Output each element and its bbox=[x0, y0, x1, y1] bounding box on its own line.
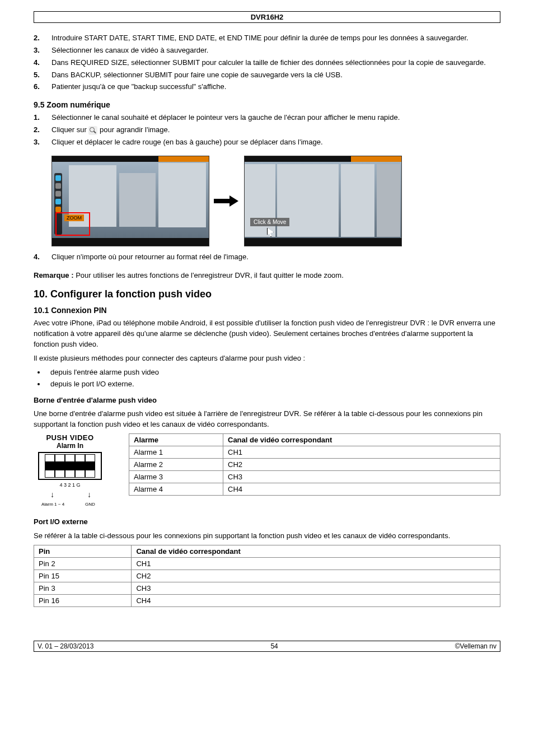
item-text: Cliquer et déplacer le cadre rouge (en b… bbox=[51, 137, 323, 148]
item-number: 4. bbox=[34, 58, 51, 68]
item-number: 2. bbox=[34, 33, 51, 44]
borne-text: Une borne d'entrée d'alarme push video e… bbox=[34, 409, 500, 430]
remark-label: Remarque : bbox=[34, 271, 74, 279]
item-number: 1. bbox=[34, 113, 51, 123]
table-row: Alarme 3CH3 bbox=[129, 471, 500, 483]
list-item: depuis l'entrée alarme push video bbox=[46, 367, 512, 378]
list-item: 4.Dans REQUIRED SIZE, sélectionner SUBMI… bbox=[34, 58, 512, 68]
section-10-1-para1: Avec votre iPhone, iPad ou téléphone mob… bbox=[34, 318, 500, 350]
table-row: Alarme 2CH2 bbox=[129, 459, 500, 471]
zoom-screenshots: ZOOM Click & Move bbox=[51, 156, 512, 246]
item-number: 3. bbox=[34, 137, 51, 148]
item-text: Dans REQUIRED SIZE, sélectionner SUBMIT … bbox=[51, 58, 486, 68]
section-9-5-heading: 9.5 Zoom numérique bbox=[34, 100, 512, 109]
arrow-right-icon bbox=[214, 195, 240, 207]
item-text: Cliquer n'importe où pour retourner au f… bbox=[51, 252, 249, 263]
zoom-steps-list: 1.Sélectionner le canal souhaité et dépl… bbox=[34, 113, 512, 148]
table-row: Alarme 1CH1 bbox=[129, 446, 500, 459]
methods-list: depuis l'entrée alarme push video depuis… bbox=[46, 367, 512, 390]
pin-labels: 4 3 2 1 G bbox=[34, 482, 106, 488]
item-number: 2. bbox=[34, 125, 51, 136]
table-header: Alarme bbox=[129, 434, 223, 446]
footer-copyright: ©Velleman nv bbox=[455, 642, 496, 650]
page-header: DVR16H2 bbox=[34, 11, 500, 23]
item-number: 4. bbox=[34, 252, 51, 263]
list-item: 3.Cliquer et déplacer le cadre rouge (en… bbox=[34, 137, 512, 148]
list-item: 5.Dans BACKUP, sélectionner SUBMIT pour … bbox=[34, 70, 512, 81]
item-text: Cliquer sur pour agrandir l'image. bbox=[51, 125, 170, 136]
screenshot-left: ZOOM bbox=[51, 156, 209, 246]
table-row: Pin 16CH4 bbox=[34, 594, 500, 606]
connector-diagram: PUSH VIDEO Alarm In 4 3 2 1 G ↓ ↓ Alarm … bbox=[34, 433, 106, 507]
list-item: 1.Sélectionner le canal souhaité et dépl… bbox=[34, 113, 512, 123]
list-item: 2.Cliquer sur pour agrandir l'image. bbox=[34, 125, 512, 136]
item-number: 6. bbox=[34, 82, 51, 92]
item-number: 3. bbox=[34, 45, 51, 56]
footer-version: V. 01 – 28/03/2013 bbox=[38, 642, 93, 650]
footer-page: 54 bbox=[270, 642, 278, 650]
list-item: 6.Patienter jusqu'à ce que "backup succe… bbox=[34, 82, 512, 92]
alarm-range-label: Alarm 1 ~ 4 bbox=[41, 502, 64, 507]
list-item: 4.Cliquer n'importe où pour retourner au… bbox=[34, 252, 512, 263]
table-row: Pin 3CH3 bbox=[34, 582, 500, 594]
chapter-10-heading: 10. Configurer la fonction push video bbox=[34, 288, 512, 300]
table-row: Pin 2CH1 bbox=[34, 557, 500, 570]
list-item: 2.Introduire START DATE, START TIME, END… bbox=[34, 33, 512, 44]
list-item: depuis le port I/O externe. bbox=[46, 379, 512, 390]
table-header: Canal de vidéo correspondant bbox=[132, 545, 500, 557]
section-10-1-heading: 10.1 Connexion PIN bbox=[34, 306, 512, 315]
screenshot-right: Click & Move bbox=[244, 156, 402, 246]
connector-title-1: PUSH VIDEO bbox=[34, 433, 106, 442]
portio-text: Se référer à la table ci-dessous pour le… bbox=[34, 531, 500, 542]
item-text: Dans BACKUP, sélectionner SUBMIT pour fa… bbox=[51, 70, 343, 81]
table-header: Canal de vidéo correspondant bbox=[223, 434, 500, 446]
table-header: Pin bbox=[34, 545, 132, 557]
click-move-label: Click & Move bbox=[250, 218, 289, 226]
section-10-1-para2: Il existe plusieurs méthodes pour connec… bbox=[34, 353, 500, 364]
red-frame bbox=[55, 212, 90, 236]
portio-heading: Port I/O externe bbox=[34, 517, 500, 528]
connector-title-2: Alarm In bbox=[34, 442, 106, 450]
zoom-steps-list-2: 4.Cliquer n'importe où pour retourner au… bbox=[34, 252, 512, 263]
alarm-channel-table: AlarmeCanal de vidéo correspondant Alarm… bbox=[129, 433, 500, 496]
backup-steps-list: 2.Introduire START DATE, START TIME, END… bbox=[34, 33, 512, 92]
remark: Remarque : Pour utiliser les autres fonc… bbox=[34, 270, 500, 281]
borne-heading: Borne d'entrée d'alarme push video bbox=[34, 395, 500, 406]
item-text: Patienter jusqu'à ce que "backup success… bbox=[51, 82, 226, 92]
table-row: Alarme 4CH4 bbox=[129, 483, 500, 496]
pin-channel-table: PinCanal de vidéo correspondant Pin 2CH1… bbox=[34, 545, 500, 607]
table-row: Pin 15CH2 bbox=[34, 570, 500, 582]
connector-and-table-row: PUSH VIDEO Alarm In 4 3 2 1 G ↓ ↓ Alarm … bbox=[34, 433, 500, 507]
item-number: 5. bbox=[34, 70, 51, 81]
item-text: Sélectionner les canaux de vidéo à sauve… bbox=[51, 45, 208, 56]
gnd-label: GND bbox=[85, 502, 95, 507]
list-item: 3.Sélectionner les canaux de vidéo à sau… bbox=[34, 45, 512, 56]
item-text: Sélectionner le canal souhaité et déplac… bbox=[51, 113, 400, 123]
magnifier-icon bbox=[88, 126, 97, 135]
item-text: Introduire START DATE, START TIME, END D… bbox=[51, 33, 469, 44]
remark-text: Pour utiliser les autres fonctions de l'… bbox=[74, 271, 344, 279]
page-footer: V. 01 – 28/03/2013 54 ©Velleman nv bbox=[34, 641, 500, 652]
